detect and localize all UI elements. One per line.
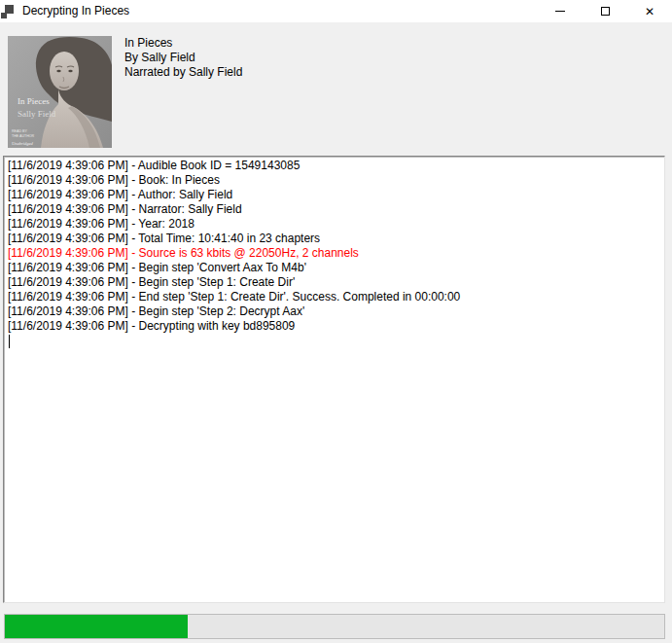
log-line: [11/6/2019 4:39:06 PM] - Author: Sally F… <box>8 188 660 202</box>
log-textbox[interactable]: [11/6/2019 4:39:06 PM] - Audible Book ID… <box>3 156 665 603</box>
log-line: [11/6/2019 4:39:06 PM] - Book: In Pieces <box>8 173 660 188</box>
cover-author-text: Sally Field <box>18 109 56 119</box>
cover-readby-line2: THE AUTHOR <box>12 134 35 138</box>
maximize-button[interactable] <box>583 0 627 22</box>
cover-portrait-face <box>50 52 79 90</box>
log-line: [11/6/2019 4:39:06 PM] - Audible Book ID… <box>8 159 660 173</box>
log-line: [11/6/2019 4:39:06 PM] - Begin step 'Con… <box>8 261 660 275</box>
app-icon-square-big <box>5 5 14 14</box>
cover-edition-text: Unabridged <box>12 141 33 146</box>
minimize-button[interactable] <box>538 0 583 22</box>
text-caret <box>9 335 10 348</box>
log-line: [11/6/2019 4:39:06 PM] - Total Time: 10:… <box>8 232 660 246</box>
book-title: In Pieces <box>124 36 242 51</box>
window-title: Decrypting In Pieces <box>22 4 129 18</box>
cover-readby-line1: READ BY <box>12 129 27 133</box>
book-narrator: Narrated by Sally Field <box>124 65 242 80</box>
log-line: [11/6/2019 4:39:06 PM] - End step 'Step … <box>8 290 660 304</box>
caption-buttons: ✕ <box>538 0 672 22</box>
log-line: [11/6/2019 4:39:06 PM] - Begin step 'Ste… <box>8 304 660 319</box>
book-info: In Pieces By Sally Field Narrated by Sal… <box>124 36 242 80</box>
cover-eye-right <box>68 70 72 72</box>
log-line: [11/6/2019 4:39:06 PM] - Decrypting with… <box>8 319 660 334</box>
progress-fill <box>5 615 188 638</box>
minimize-icon <box>555 11 565 12</box>
cover-eye-left <box>56 70 60 72</box>
app-icon[interactable] <box>1 5 15 18</box>
book-cover-image: In Pieces Sally Field READ BY THE AUTHOR… <box>8 36 112 148</box>
log-line: [11/6/2019 4:39:06 PM] - Year: 2018 <box>8 217 660 232</box>
close-icon: ✕ <box>645 6 654 18</box>
cover-title-text: In Pieces <box>18 96 50 106</box>
log-line: [11/6/2019 4:39:06 PM] - Begin step 'Ste… <box>8 275 660 290</box>
close-button[interactable]: ✕ <box>627 0 672 22</box>
maximize-icon <box>601 7 610 16</box>
progress-bar <box>4 614 665 639</box>
log-line: [11/6/2019 4:39:06 PM] - Narrator: Sally… <box>8 202 660 217</box>
titlebar[interactable]: Decrypting In Pieces ✕ <box>0 0 672 22</box>
book-author: By Sally Field <box>124 51 242 65</box>
app-window: Decrypting In Pieces ✕ <box>0 0 672 643</box>
log-lines: [11/6/2019 4:39:06 PM] - Audible Book ID… <box>8 159 660 334</box>
log-line: [11/6/2019 4:39:06 PM] - Source is 63 kb… <box>8 246 660 261</box>
